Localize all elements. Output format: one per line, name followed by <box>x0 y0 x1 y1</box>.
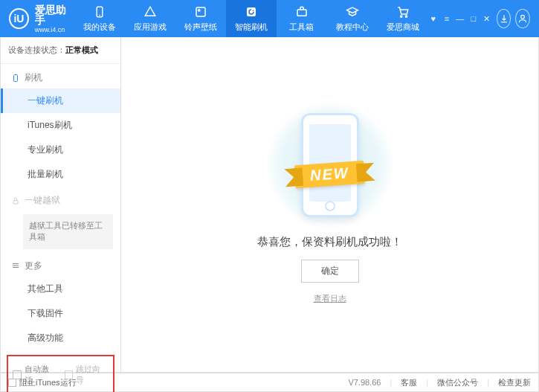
svg-rect-9 <box>14 74 18 81</box>
refresh-icon <box>244 4 259 19</box>
sidebar-group-more[interactable]: 更多 <box>1 252 120 277</box>
nav-toolbox[interactable]: 工具箱 <box>277 0 327 37</box>
user-icon <box>517 13 528 24</box>
device-status: 设备连接状态：正常模式 <box>1 37 120 64</box>
menu-icon[interactable]: ♥ <box>428 13 439 24</box>
skip-guide-checkbox[interactable]: 跳过向导 <box>65 364 109 386</box>
status-label: 设备连接状态： <box>8 45 65 54</box>
user-button[interactable] <box>515 9 530 28</box>
nav-label: 铃声壁纸 <box>184 22 217 33</box>
svg-rect-2 <box>196 7 205 16</box>
sidebar-item-batch-flash[interactable]: 批量刷机 <box>1 162 120 187</box>
phone-icon <box>92 4 107 19</box>
app-logo: iU 爱思助手 www.i4.cn <box>9 4 74 33</box>
toolbox-icon <box>294 4 309 19</box>
nav-label: 我的设备 <box>83 22 116 33</box>
sidebar-item-other-tools[interactable]: 其他工具 <box>1 277 120 301</box>
image-icon <box>193 4 208 19</box>
sidebar-item-advanced[interactable]: 高级功能 <box>1 326 120 350</box>
logo-icon: iU <box>9 8 29 29</box>
nav-smart-flash[interactable]: 智能刷机 <box>226 0 277 37</box>
svg-point-3 <box>198 10 199 11</box>
footer-link-wechat[interactable]: 微信公众号 <box>437 377 478 388</box>
lock-icon <box>11 196 20 205</box>
group-label: 一键越狱 <box>25 194 60 207</box>
version-text: V7.98.66 <box>348 378 381 387</box>
checkbox-label: 跳过向导 <box>76 364 109 386</box>
nav-my-device[interactable]: 我的设备 <box>74 0 125 37</box>
sidebar-item-pro-flash[interactable]: 专业刷机 <box>1 138 120 162</box>
svg-point-6 <box>400 16 401 17</box>
nav-ringtone[interactable]: 铃声壁纸 <box>175 0 226 37</box>
svg-rect-5 <box>297 10 306 16</box>
appstore-icon <box>143 4 158 19</box>
download-button[interactable] <box>497 9 511 28</box>
close-icon[interactable]: ✕ <box>482 13 492 24</box>
sidebar-item-itunes-flash[interactable]: iTunes刷机 <box>1 113 120 138</box>
app-title: 爱思助手 <box>35 4 74 25</box>
group-label: 更多 <box>25 260 42 272</box>
sidebar-group-jailbreak: 一键越狱 <box>1 187 120 211</box>
sidebar: 设备连接状态：正常模式 刷机 一键刷机 iTunes刷机 专业刷机 批量刷机 一… <box>1 37 121 372</box>
svg-rect-10 <box>13 200 18 204</box>
nav-label: 工具箱 <box>289 22 314 33</box>
footer-link-support[interactable]: 客服 <box>401 377 417 388</box>
maximize-icon[interactable]: □ <box>468 13 479 24</box>
svg-point-8 <box>521 15 525 19</box>
nav-label: 爱思商城 <box>387 22 419 33</box>
menu-lines-icon <box>11 261 20 270</box>
jailbreak-note: 越狱工具已转移至工具箱 <box>23 214 113 249</box>
nav-apps[interactable]: 应用游戏 <box>125 0 175 37</box>
group-label: 刷机 <box>25 71 42 84</box>
sidebar-item-onekey-flash[interactable]: 一键刷机 <box>1 89 120 113</box>
nav-label: 应用游戏 <box>134 22 167 33</box>
sidebar-item-download-firmware[interactable]: 下载固件 <box>1 301 120 326</box>
sidebar-group-flash[interactable]: 刷机 <box>1 64 120 89</box>
nav-label: 教程中心 <box>336 22 369 33</box>
nav-tutorial[interactable]: 教程中心 <box>327 0 378 37</box>
view-log-link[interactable]: 查看日志 <box>314 293 346 304</box>
success-illustration: NEW <box>263 106 397 225</box>
status-value: 正常模式 <box>65 45 98 54</box>
footer-link-update[interactable]: 检查更新 <box>498 377 531 388</box>
cart-icon <box>396 4 410 19</box>
nav-label: 智能刷机 <box>235 22 268 33</box>
minimize-icon[interactable]: — <box>455 13 465 24</box>
nav-store[interactable]: 爱思商城 <box>378 0 428 37</box>
app-url: www.i4.cn <box>35 27 74 33</box>
svg-rect-4 <box>247 7 256 16</box>
svg-point-7 <box>405 16 407 17</box>
main-content: NEW 恭喜您，保资料刷机成功啦！ 确定 查看日志 <box>121 37 538 372</box>
graduation-icon <box>345 4 360 19</box>
download-icon <box>499 13 509 24</box>
success-message: 恭喜您，保资料刷机成功啦！ <box>257 235 402 249</box>
phone-small-icon <box>11 74 20 83</box>
list-icon[interactable]: ≡ <box>442 13 452 24</box>
new-ribbon: NEW <box>294 160 365 187</box>
ok-button[interactable]: 确定 <box>301 260 359 283</box>
